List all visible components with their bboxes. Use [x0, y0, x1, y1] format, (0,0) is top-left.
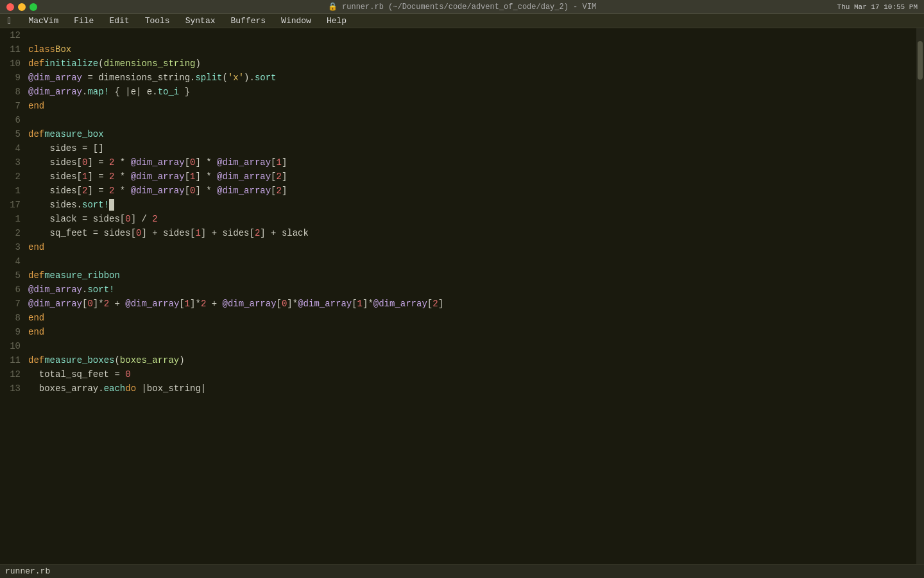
line-number: 5 [0, 127, 21, 141]
line-number: 1 [0, 212, 21, 226]
line-number: 3 [0, 155, 21, 170]
line-number: 10 [0, 339, 21, 353]
code-line [28, 113, 916, 127]
scrollbar[interactable] [916, 28, 924, 564]
code-line: def measure_box [28, 127, 916, 141]
buffers-menu[interactable]: Buffers [228, 16, 268, 26]
tools-menu[interactable]: Tools [142, 16, 173, 26]
status-bar: runner.rb [0, 564, 924, 578]
line-number: 12 [0, 28, 21, 42]
code-line: def initialize(dimensions_string) [28, 57, 916, 71]
maximize-button[interactable] [30, 3, 37, 11]
traffic-lights[interactable] [6, 3, 37, 11]
line-number: 3 [0, 240, 21, 254]
code-line: total_sq_feet = 0 [28, 367, 916, 381]
line-number: 11 [0, 42, 21, 57]
line-number: 8 [0, 85, 21, 99]
code-line: sides[1] = 2 * @dim_array[1] * @dim_arra… [28, 170, 916, 184]
code-editor[interactable]: class Box def initialize(dimensions_stri… [26, 28, 916, 564]
close-button[interactable] [6, 3, 14, 11]
line-number: 12 [0, 367, 21, 381]
line-number: 6 [0, 283, 21, 297]
code-line: def measure_boxes(boxes_array) [28, 353, 916, 367]
line-number: 4 [0, 254, 21, 268]
code-line: class Box [28, 42, 916, 57]
code-line: sides[2] = 2 * @dim_array[0] * @dim_arra… [28, 184, 916, 198]
system-info: Thu Mar 17 10:55 PM [837, 3, 918, 11]
line-numbers: 1211109876543211712345678910111213 [0, 28, 26, 564]
menu-bar:  MacVim File Edit Tools Syntax Buffers … [0, 14, 924, 28]
code-line [28, 254, 916, 268]
edit-menu[interactable]: Edit [107, 16, 132, 26]
code-line: end [28, 325, 916, 339]
code-line [28, 28, 916, 42]
line-number: 17 [0, 198, 21, 212]
line-number: 6 [0, 113, 21, 127]
line-number: 4 [0, 141, 21, 155]
line-number: 9 [0, 71, 21, 85]
line-number: 13 [0, 381, 21, 396]
line-number: 9 [0, 325, 21, 339]
line-number: 7 [0, 99, 21, 113]
minimize-button[interactable] [18, 3, 26, 11]
editor-area: 1211109876543211712345678910111213 class… [0, 28, 924, 564]
line-number: 1 [0, 184, 21, 198]
code-line: boxes_array.each do |box_string| [28, 381, 916, 396]
code-line: @dim_array = dimensions_string.split('x'… [28, 71, 916, 85]
code-line: sides.sort! [28, 198, 916, 212]
code-line: def measure_ribbon [28, 268, 916, 283]
code-line: end [28, 99, 916, 113]
line-number: 10 [0, 57, 21, 71]
code-line: end [28, 240, 916, 254]
code-line: sides[0] = 2 * @dim_array[0] * @dim_arra… [28, 155, 916, 170]
scrollbar-thumb[interactable] [918, 41, 923, 80]
line-number: 2 [0, 170, 21, 184]
line-number: 11 [0, 353, 21, 367]
macvim-menu[interactable]: MacVim [26, 16, 61, 26]
line-number: 2 [0, 226, 21, 240]
code-line: sq_feet = sides[0] + sides[1] + sides[2]… [28, 226, 916, 240]
code-line: @dim_array[0]*2 + @dim_array[1]*2 + @dim… [28, 297, 916, 311]
help-menu[interactable]: Help [324, 16, 349, 26]
time-display: Thu Mar 17 10:55 PM [837, 3, 918, 11]
line-number: 5 [0, 268, 21, 283]
titlebar: 🔒 runner.rb (~/Documents/code/advent_of_… [0, 0, 924, 14]
window-menu[interactable]: Window [278, 16, 314, 26]
window-title: 🔒 runner.rb (~/Documents/code/advent_of_… [328, 2, 596, 12]
code-line: @dim_array.map! { |e| e.to_i } [28, 85, 916, 99]
code-line: slack = sides[0] / 2 [28, 212, 916, 226]
code-line: @dim_array.sort! [28, 283, 916, 297]
line-number: 7 [0, 297, 21, 311]
code-line: sides = [] [28, 141, 916, 155]
file-menu[interactable]: File [71, 16, 96, 26]
code-line [28, 339, 916, 353]
status-filename: runner.rb [5, 566, 50, 576]
line-number: 8 [0, 311, 21, 325]
apple-menu[interactable]:  [5, 16, 15, 26]
syntax-menu[interactable]: Syntax [183, 16, 218, 26]
code-line: end [28, 311, 916, 325]
